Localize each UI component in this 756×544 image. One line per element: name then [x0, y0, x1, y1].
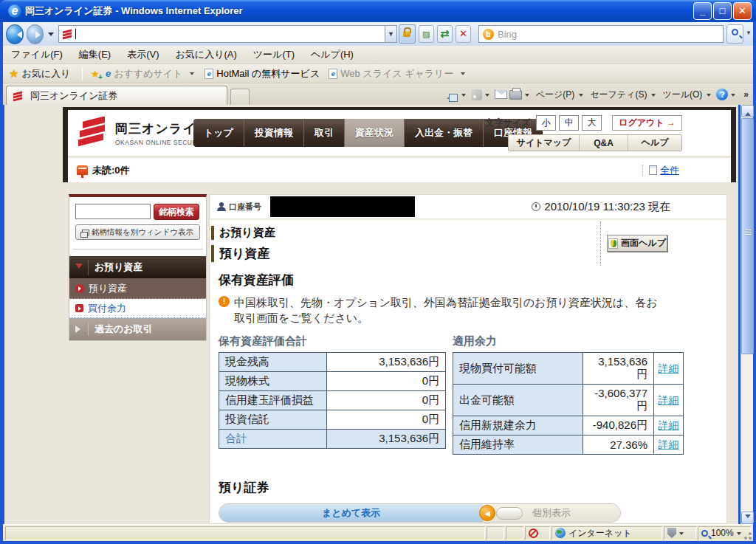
chevron-down-icon[interactable]: [190, 72, 194, 78]
triangle-right-icon: [75, 326, 84, 333]
stop-button[interactable]: ✕: [456, 25, 471, 43]
font-size-large-button[interactable]: 大: [582, 115, 602, 131]
minimize-button[interactable]: _: [693, 2, 712, 20]
resize-grip[interactable]: [743, 531, 752, 540]
status-bar: インターネット 100%: [3, 524, 753, 541]
chevron-down-icon[interactable]: [461, 94, 466, 99]
chevron-down-icon[interactable]: [679, 532, 684, 537]
font-size-medium-button[interactable]: 中: [559, 115, 579, 131]
add-favorite-icon[interactable]: ★: [90, 68, 100, 80]
toggle-summary-view[interactable]: まとめて表示: [219, 504, 483, 522]
site-header: 岡三オンライン証券 OKASAN ONLINE SECURITIES トップ 投…: [68, 110, 731, 156]
compatibility-view-button[interactable]: ▨: [419, 25, 434, 43]
detail-link[interactable]: 詳細: [659, 394, 679, 406]
favorites-bar: ★ お気に入り ★ e おすすめサイト e HotMail の無料サービス e …: [3, 64, 753, 83]
menu-help[interactable]: ヘルプ(H): [303, 48, 362, 61]
forward-button[interactable]: [27, 24, 44, 44]
chevron-down-icon[interactable]: [731, 94, 735, 99]
search-dropdown-icon[interactable]: ▼: [744, 24, 753, 44]
stock-search-button[interactable]: 銘柄検索: [154, 204, 199, 220]
page-menu[interactable]: ページ(P): [535, 89, 577, 101]
scrollbar-thumb[interactable]: [741, 118, 754, 354]
detail-link[interactable]: 詳細: [659, 438, 679, 450]
address-bar[interactable]: [58, 25, 385, 43]
securities-heading: 預り証券: [219, 479, 726, 496]
row-value: 3,153,636円: [583, 353, 654, 385]
warning-note: ! 中国株取引、先物・オプション取引、外国為替証拠金取引のお預り資産状況は、各お…: [219, 295, 667, 326]
stock-search-input[interactable]: [75, 204, 151, 219]
refresh-button[interactable]: ⇄: [437, 25, 453, 43]
favorite-hotmail[interactable]: HotMail の無料サービス: [216, 67, 320, 80]
nav-deposit-withdrawal[interactable]: 入出金・振替: [405, 119, 484, 147]
tab-okasan[interactable]: 岡三オンライン証券: [6, 86, 227, 105]
sidebar-menu-deposit-assets[interactable]: お預り資産: [69, 256, 206, 278]
nav-investment-info[interactable]: 投資情報: [244, 119, 304, 147]
favorite-suggested-sites[interactable]: おすすめサイト: [114, 67, 182, 80]
table-row: 信用新規建余力-940,826円詳細: [453, 416, 684, 435]
holdings-table-title: 保有資産評価合計: [219, 334, 445, 348]
chevron-down-icon[interactable]: [707, 94, 711, 99]
favorites-star-icon[interactable]: ★: [9, 67, 18, 80]
read-mail-icon[interactable]: [495, 90, 507, 99]
screen-help-button[interactable]: 画面ヘルプ: [607, 235, 667, 252]
favorites-label[interactable]: お気に入り: [21, 67, 70, 80]
logout-button[interactable]: ログアウト →: [612, 115, 682, 131]
chevron-down-icon[interactable]: [737, 532, 741, 537]
safety-menu[interactable]: セーフティ(S): [588, 89, 648, 101]
beginner-leaf-icon: [608, 238, 618, 249]
menu-edit[interactable]: 編集(E): [71, 48, 119, 61]
chevron-down-icon[interactable]: [579, 94, 583, 99]
hotmail-page-icon: e: [205, 69, 213, 79]
search-input[interactable]: [498, 29, 719, 40]
menu-tools[interactable]: ツール(T): [245, 48, 303, 61]
tools-menu[interactable]: ツール(O): [661, 89, 704, 101]
qa-button[interactable]: Q&A: [580, 135, 628, 151]
detail-link[interactable]: 詳細: [659, 419, 679, 431]
table-row: 投資信託0円: [219, 410, 446, 430]
print-icon[interactable]: [509, 90, 522, 100]
security-zone-cell: インターネット: [551, 526, 662, 540]
section-category: お預り資産: [211, 226, 275, 240]
menu-favorites[interactable]: お気に入り(A): [168, 48, 245, 61]
row-label: 信用新規建余力: [453, 416, 583, 435]
all-messages-link[interactable]: 全件: [660, 164, 679, 177]
font-size-small-button[interactable]: 小: [536, 115, 556, 131]
scroll-down-button[interactable]: [741, 512, 754, 524]
clock-icon: [532, 202, 540, 211]
address-dropdown-button[interactable]: ▼: [385, 25, 397, 43]
favorite-web-slice-gallery[interactable]: Web スライス ギャラリー: [340, 67, 453, 80]
protected-mode-cell[interactable]: [664, 526, 696, 540]
sidebar-item-deposit-assets[interactable]: 預り資産: [69, 278, 206, 299]
toggle-knob-icon[interactable]: ◀: [479, 505, 495, 521]
stock-info-window-button[interactable]: 銘柄情報を別ウィンドウ表示: [75, 224, 200, 240]
nav-asset-status[interactable]: 資産状況: [345, 119, 405, 147]
chevron-down-icon[interactable]: [525, 94, 529, 99]
menu-file[interactable]: ファイル(F): [3, 48, 71, 61]
search-box[interactable]: b: [478, 25, 724, 43]
help-icon[interactable]: ?: [716, 89, 728, 100]
sidebar-item-buying-power[interactable]: 買付余力: [69, 299, 206, 318]
ssl-lock-button[interactable]: [399, 24, 416, 44]
chevron-down-icon[interactable]: [651, 94, 656, 99]
chevron-down-icon: [485, 94, 489, 99]
nav-trade[interactable]: 取引: [304, 119, 345, 147]
detail-link[interactable]: 詳細: [659, 362, 679, 374]
chevron-down-icon[interactable]: [461, 72, 465, 78]
row-value: -3,606,377円: [583, 385, 654, 416]
vertical-scrollbar[interactable]: [740, 105, 753, 524]
overflow-chevron[interactable]: »: [743, 89, 749, 100]
new-tab-stub[interactable]: [230, 89, 250, 105]
help-button-nav[interactable]: ヘルプ: [628, 135, 681, 151]
scroll-up-button[interactable]: [741, 105, 754, 117]
sitemap-button[interactable]: サイトマップ: [509, 135, 580, 151]
nav-top[interactable]: トップ: [193, 119, 244, 147]
home-icon[interactable]: [447, 91, 458, 101]
search-button[interactable]: [726, 24, 743, 44]
maximize-button[interactable]: □: [713, 2, 732, 20]
back-button[interactable]: [6, 24, 24, 44]
menu-view[interactable]: 表示(V): [119, 48, 167, 61]
history-dropdown-icon[interactable]: [48, 32, 54, 39]
sidebar-menu-past-trades[interactable]: 過去のお取引: [69, 318, 206, 340]
toggle-pill[interactable]: [496, 507, 523, 520]
close-button[interactable]: ✕: [733, 2, 752, 20]
